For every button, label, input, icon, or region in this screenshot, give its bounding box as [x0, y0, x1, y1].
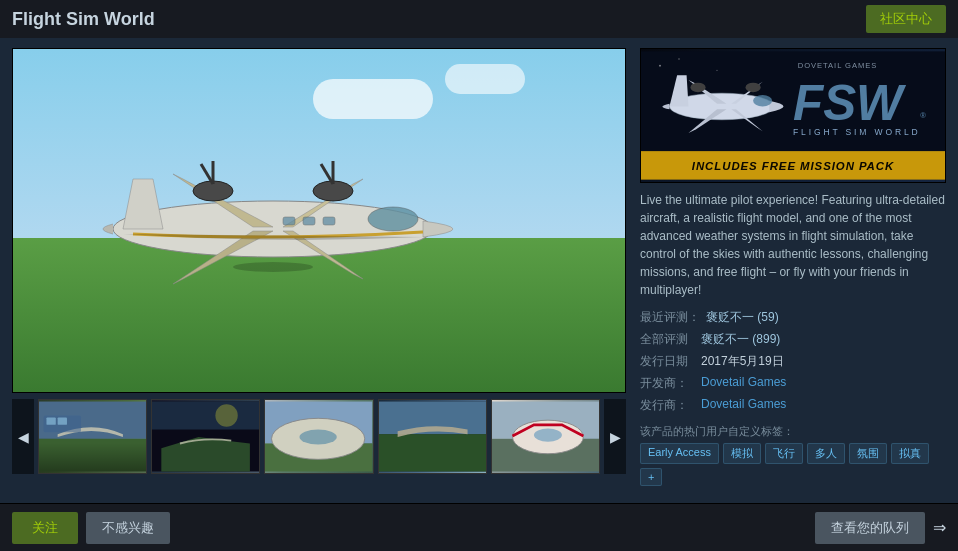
svg-point-34 — [716, 70, 717, 71]
svg-rect-5 — [303, 217, 315, 225]
svg-text:FLIGHT SIM WORLD: FLIGHT SIM WORLD — [793, 127, 921, 137]
thumb4-img — [379, 400, 486, 473]
thumbnail-5[interactable] — [491, 399, 600, 474]
screenshots-section: ◀ — [12, 48, 626, 493]
all-reviews-label: 全部评测 — [640, 331, 695, 348]
game-banner: DOVETAIL GAMES FSW FLIGHT SIM WORLD ® IN… — [640, 48, 946, 183]
all-reviews-row: 全部评测 褒贬不一 (899) — [640, 331, 946, 348]
svg-point-19 — [216, 404, 238, 426]
tag-simulation[interactable]: 模拟 — [723, 443, 761, 464]
svg-text:INCLUDES FREE MISSION PACK: INCLUDES FREE MISSION PACK — [692, 160, 894, 172]
thumb3-img — [265, 400, 372, 473]
release-date-label: 发行日期 — [640, 353, 695, 370]
thumbnail-4[interactable] — [378, 399, 487, 474]
release-date-value: 2017年5月19日 — [701, 353, 784, 370]
release-date-row: 发行日期 2017年5月19日 — [640, 353, 946, 370]
tag-more-button[interactable]: + — [640, 468, 662, 486]
svg-rect-16 — [58, 417, 67, 424]
developer-value[interactable]: Dovetail Games — [701, 375, 786, 392]
svg-rect-6 — [283, 217, 295, 225]
thumbnail-2[interactable] — [151, 399, 260, 474]
thumbnails-row: ◀ — [12, 399, 626, 474]
svg-point-38 — [753, 95, 772, 106]
recent-reviews-row: 最近评测： 褒贬不一 (59) — [640, 309, 946, 326]
tags-list: Early Access 模拟 飞行 多人 氛围 拟真 + — [640, 443, 946, 486]
svg-rect-26 — [379, 434, 486, 471]
tags-section: 该产品的热门用户自定义标签： Early Access 模拟 飞行 多人 氛围 … — [640, 424, 946, 486]
svg-text:FSW: FSW — [793, 75, 907, 130]
main-screenshot[interactable] — [12, 48, 626, 393]
tag-realistic[interactable]: 拟真 — [891, 443, 929, 464]
banner-svg: DOVETAIL GAMES FSW FLIGHT SIM WORLD ® IN… — [641, 49, 945, 182]
bottom-right-buttons: 查看您的队列 ⇒ — [815, 512, 946, 544]
svg-rect-4 — [323, 217, 335, 225]
thumb2-img — [152, 400, 259, 473]
community-center-button[interactable]: 社区中心 — [866, 5, 946, 33]
svg-rect-13 — [39, 439, 146, 472]
svg-rect-18 — [152, 402, 259, 430]
prev-thumbnail-button[interactable]: ◀ — [12, 399, 34, 474]
thumbnail-3[interactable] — [264, 399, 373, 474]
tag-multiplayer[interactable]: 多人 — [807, 443, 845, 464]
publisher-label: 发行商： — [640, 397, 695, 414]
follow-button[interactable]: 关注 — [12, 512, 78, 544]
svg-point-37 — [746, 83, 761, 93]
svg-rect-15 — [46, 417, 55, 424]
tag-flight[interactable]: 飞行 — [765, 443, 803, 464]
info-table: 最近评测： 褒贬不一 (59) 全部评测 褒贬不一 (899) 发行日期 201… — [640, 309, 946, 414]
tags-label: 该产品的热门用户自定义标签： — [640, 424, 946, 439]
tag-early-access[interactable]: Early Access — [640, 443, 719, 464]
next-thumbnail-button[interactable]: ▶ — [604, 399, 626, 474]
main-content: ◀ — [0, 38, 958, 503]
game-title: Flight Sim World — [12, 9, 155, 30]
view-queue-button[interactable]: 查看您的队列 — [815, 512, 925, 544]
svg-point-32 — [659, 65, 661, 67]
developer-label: 开发商： — [640, 375, 695, 392]
svg-point-11 — [233, 262, 313, 272]
bottom-bar: 关注 不感兴趣 查看您的队列 ⇒ — [0, 503, 958, 551]
queue-arrow-icon: ⇒ — [933, 518, 946, 537]
not-interested-button[interactable]: 不感兴趣 — [86, 512, 170, 544]
bottom-left-buttons: 关注 不感兴趣 — [12, 512, 170, 544]
svg-point-23 — [300, 430, 337, 445]
thumbnail-list — [38, 399, 600, 474]
recent-reviews-value[interactable]: 褒贬不一 (59) — [706, 309, 779, 326]
tag-atmosphere[interactable]: 氛围 — [849, 443, 887, 464]
svg-point-30 — [534, 429, 562, 442]
aircraft-image — [53, 99, 533, 349]
thumb5-img — [492, 400, 599, 473]
game-description: Live the ultimate pilot experience! Feat… — [640, 191, 946, 299]
right-section: DOVETAIL GAMES FSW FLIGHT SIM WORLD ® IN… — [640, 48, 946, 493]
svg-point-33 — [678, 58, 680, 60]
svg-point-36 — [690, 83, 705, 93]
publisher-row: 发行商： Dovetail Games — [640, 397, 946, 414]
svg-text:DOVETAIL GAMES: DOVETAIL GAMES — [798, 61, 878, 70]
svg-point-3 — [368, 207, 418, 231]
header: Flight Sim World 社区中心 — [0, 0, 958, 38]
cloud-decoration-2 — [445, 64, 525, 94]
thumb1-img — [39, 400, 146, 473]
thumbnail-1[interactable] — [38, 399, 147, 474]
publisher-value[interactable]: Dovetail Games — [701, 397, 786, 414]
recent-reviews-label: 最近评测： — [640, 309, 700, 326]
developer-row: 开发商： Dovetail Games — [640, 375, 946, 392]
all-reviews-value[interactable]: 褒贬不一 (899) — [701, 331, 780, 348]
svg-text:®: ® — [920, 111, 926, 120]
